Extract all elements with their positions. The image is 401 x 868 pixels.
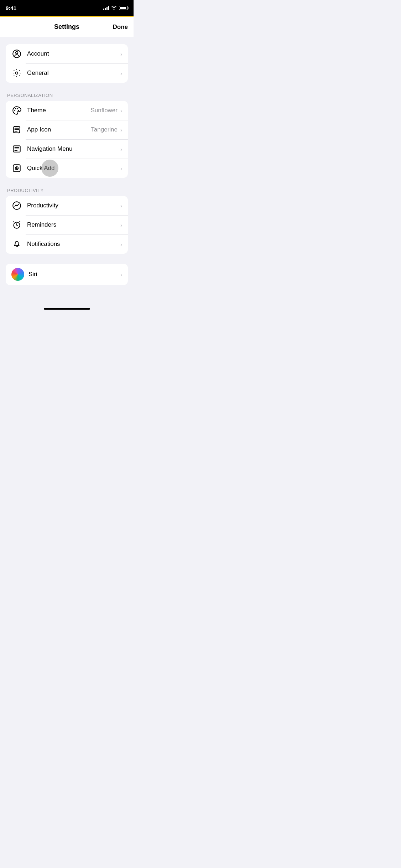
svg-point-4 [15, 108, 16, 109]
gear-icon [11, 68, 22, 78]
theme-chevron: › [120, 108, 122, 114]
productivity-label: Productivity [27, 202, 120, 209]
siri-icon [11, 268, 24, 281]
main-card: Account › General › [6, 44, 128, 83]
notifications-label: Notifications [27, 241, 120, 248]
siri-label: Siri [28, 271, 120, 278]
battery-icon [119, 6, 128, 10]
page-title: Settings [54, 23, 79, 31]
siri-card: Siri › [6, 264, 128, 285]
app-icon-value: Tangerine [91, 126, 118, 133]
wifi-icon [111, 5, 117, 11]
svg-point-6 [18, 110, 19, 111]
status-bar: 9:41 [0, 0, 134, 16]
app-icon-label: App Icon [27, 126, 91, 133]
svg-point-5 [17, 108, 18, 109]
section-productivity: PRODUCTIVITY Productivity › [0, 188, 134, 254]
section-main: Account › General › [0, 44, 134, 83]
general-item[interactable]: General › [6, 63, 128, 83]
navigation-menu-label: Navigation Menu [27, 145, 120, 153]
section-personalization: PERSONALIZATION Theme Sunflower › [0, 93, 134, 178]
chart-up-icon [11, 200, 22, 211]
siri-chevron: › [120, 272, 122, 278]
list-icon [11, 144, 22, 154]
account-chevron: › [120, 51, 122, 57]
status-time: 9:41 [6, 5, 16, 11]
quick-add-chevron: › [120, 165, 122, 171]
siri-item[interactable]: Siri › [6, 264, 128, 285]
personalization-header: PERSONALIZATION [0, 93, 134, 101]
navigation-menu-chevron: › [120, 146, 122, 152]
reminders-chevron: › [120, 222, 122, 228]
status-icons [103, 5, 128, 11]
quick-add-item[interactable]: Quick Add › [6, 159, 128, 178]
alarm-icon [11, 219, 22, 230]
theme-label: Theme [27, 107, 90, 114]
section-siri: Siri › [0, 264, 134, 285]
productivity-card: Productivity › Reminders › [6, 196, 128, 254]
app-icon-chevron: › [120, 127, 122, 133]
settings-content: Account › General › PERSONALIZATION [0, 37, 134, 302]
layers-icon [11, 124, 22, 135]
notifications-chevron: › [120, 241, 122, 247]
done-button[interactable]: Done [113, 24, 128, 31]
navigation-menu-item[interactable]: Navigation Menu › [6, 139, 128, 159]
signal-icon [103, 6, 109, 10]
theme-item[interactable]: Theme Sunflower › [6, 101, 128, 120]
quick-add-label: Quick Add [27, 165, 120, 172]
reminders-item[interactable]: Reminders › [6, 215, 128, 234]
app-icon-item[interactable]: App Icon Tangerine › [6, 120, 128, 139]
reminders-label: Reminders [27, 221, 120, 228]
productivity-item[interactable]: Productivity › [6, 196, 128, 215]
bell-icon [11, 239, 22, 249]
productivity-chevron: › [120, 203, 122, 209]
svg-point-1 [16, 52, 18, 54]
palette-icon [11, 105, 22, 116]
account-label: Account [27, 50, 120, 57]
theme-value: Sunflower [90, 107, 118, 114]
svg-point-3 [14, 110, 15, 111]
general-label: General [27, 69, 120, 77]
notifications-item[interactable]: Notifications › [6, 234, 128, 254]
person-circle-icon [11, 48, 22, 59]
home-indicator [44, 308, 90, 310]
account-item[interactable]: Account › [6, 44, 128, 63]
general-chevron: › [120, 70, 122, 76]
personalization-card: Theme Sunflower › App Icon Tangerine › [6, 101, 128, 178]
quick-add-icon [11, 163, 22, 174]
productivity-header: PRODUCTIVITY [0, 188, 134, 196]
svg-point-2 [16, 72, 18, 74]
navigation-header: Settings Done [0, 17, 134, 37]
